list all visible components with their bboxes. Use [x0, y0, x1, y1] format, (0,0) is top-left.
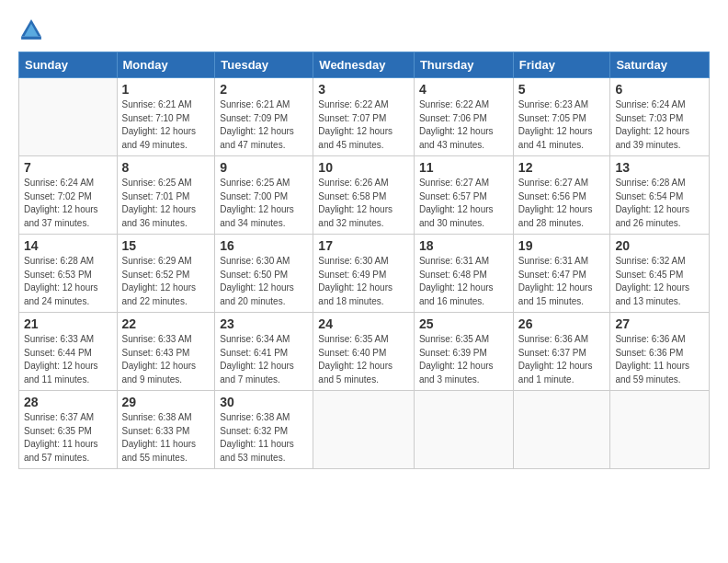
calendar-header-tuesday: Tuesday	[215, 52, 313, 78]
logo-icon	[18, 17, 44, 42]
calendar-cell: 18Sunrise: 6:31 AM Sunset: 6:48 PM Dayli…	[414, 235, 513, 313]
day-info: Sunrise: 6:22 AM Sunset: 7:06 PM Dayligh…	[419, 98, 508, 152]
day-number: 5	[518, 82, 606, 97]
calendar-cell: 20Sunrise: 6:32 AM Sunset: 6:45 PM Dayli…	[610, 235, 710, 313]
day-number: 1	[122, 82, 210, 97]
calendar-cell: 27Sunrise: 6:36 AM Sunset: 6:36 PM Dayli…	[610, 313, 710, 391]
calendar-cell: 19Sunrise: 6:31 AM Sunset: 6:47 PM Dayli…	[513, 235, 610, 313]
header	[18, 17, 710, 42]
calendar-cell: 5Sunrise: 6:23 AM Sunset: 7:05 PM Daylig…	[513, 78, 610, 156]
calendar-cell	[19, 78, 118, 156]
day-info: Sunrise: 6:29 AM Sunset: 6:52 PM Dayligh…	[122, 255, 210, 308]
day-number: 19	[518, 238, 606, 253]
day-info: Sunrise: 6:24 AM Sunset: 7:02 PM Dayligh…	[24, 177, 112, 230]
calendar-cell: 7Sunrise: 6:24 AM Sunset: 7:02 PM Daylig…	[19, 156, 118, 235]
day-info: Sunrise: 6:34 AM Sunset: 6:41 PM Dayligh…	[220, 333, 308, 386]
day-info: Sunrise: 6:23 AM Sunset: 7:05 PM Dayligh…	[518, 98, 606, 152]
calendar-cell: 8Sunrise: 6:25 AM Sunset: 7:01 PM Daylig…	[117, 156, 215, 235]
calendar-cell: 26Sunrise: 6:36 AM Sunset: 6:37 PM Dayli…	[513, 313, 610, 391]
calendar-cell	[610, 391, 710, 469]
day-info: Sunrise: 6:37 AM Sunset: 6:35 PM Dayligh…	[24, 411, 112, 465]
calendar-cell	[414, 391, 513, 469]
day-number: 22	[122, 316, 210, 331]
calendar-week-row: 28Sunrise: 6:37 AM Sunset: 6:35 PM Dayli…	[19, 391, 710, 469]
day-number: 11	[419, 160, 508, 175]
calendar-cell: 1Sunrise: 6:21 AM Sunset: 7:10 PM Daylig…	[117, 78, 215, 156]
day-info: Sunrise: 6:33 AM Sunset: 6:44 PM Dayligh…	[24, 333, 112, 386]
calendar-cell: 25Sunrise: 6:35 AM Sunset: 6:39 PM Dayli…	[414, 313, 513, 391]
day-number: 14	[24, 238, 112, 253]
calendar-cell: 30Sunrise: 6:38 AM Sunset: 6:32 PM Dayli…	[215, 391, 313, 469]
calendar-cell: 21Sunrise: 6:33 AM Sunset: 6:44 PM Dayli…	[19, 313, 118, 391]
calendar-week-row: 1Sunrise: 6:21 AM Sunset: 7:10 PM Daylig…	[19, 78, 710, 156]
day-info: Sunrise: 6:21 AM Sunset: 7:09 PM Dayligh…	[220, 98, 308, 152]
day-number: 8	[122, 160, 210, 175]
day-info: Sunrise: 6:35 AM Sunset: 6:40 PM Dayligh…	[318, 333, 409, 386]
day-number: 25	[419, 316, 508, 331]
day-number: 4	[419, 82, 508, 97]
calendar-header-row: SundayMondayTuesdayWednesdayThursdayFrid…	[19, 52, 710, 78]
calendar-header-saturday: Saturday	[610, 52, 710, 78]
calendar-header-sunday: Sunday	[19, 52, 118, 78]
day-number: 21	[24, 316, 112, 331]
day-info: Sunrise: 6:35 AM Sunset: 6:39 PM Dayligh…	[419, 333, 508, 386]
calendar-cell	[313, 391, 415, 469]
calendar-header-monday: Monday	[117, 52, 215, 78]
day-info: Sunrise: 6:33 AM Sunset: 6:43 PM Dayligh…	[122, 333, 210, 386]
day-number: 7	[24, 160, 112, 175]
calendar-cell: 10Sunrise: 6:26 AM Sunset: 6:58 PM Dayli…	[313, 156, 415, 235]
calendar-cell: 23Sunrise: 6:34 AM Sunset: 6:41 PM Dayli…	[215, 313, 313, 391]
day-info: Sunrise: 6:32 AM Sunset: 6:45 PM Dayligh…	[615, 255, 704, 308]
day-info: Sunrise: 6:30 AM Sunset: 6:50 PM Dayligh…	[220, 255, 308, 308]
calendar-header-friday: Friday	[513, 52, 610, 78]
day-number: 15	[122, 238, 210, 253]
day-info: Sunrise: 6:24 AM Sunset: 7:03 PM Dayligh…	[615, 98, 704, 152]
day-number: 10	[318, 160, 409, 175]
calendar-week-row: 21Sunrise: 6:33 AM Sunset: 6:44 PM Dayli…	[19, 313, 710, 391]
page: SundayMondayTuesdayWednesdayThursdayFrid…	[0, 0, 728, 563]
calendar-cell: 28Sunrise: 6:37 AM Sunset: 6:35 PM Dayli…	[19, 391, 118, 469]
day-number: 16	[220, 238, 308, 253]
day-number: 20	[615, 238, 704, 253]
calendar-cell: 15Sunrise: 6:29 AM Sunset: 6:52 PM Dayli…	[117, 235, 215, 313]
calendar-cell: 29Sunrise: 6:38 AM Sunset: 6:33 PM Dayli…	[117, 391, 215, 469]
calendar-header-wednesday: Wednesday	[313, 52, 415, 78]
calendar-cell: 17Sunrise: 6:30 AM Sunset: 6:49 PM Dayli…	[313, 235, 415, 313]
day-number: 13	[615, 160, 704, 175]
calendar-table: SundayMondayTuesdayWednesdayThursdayFrid…	[18, 52, 710, 469]
day-info: Sunrise: 6:36 AM Sunset: 6:36 PM Dayligh…	[615, 333, 704, 386]
calendar-cell: 12Sunrise: 6:27 AM Sunset: 6:56 PM Dayli…	[513, 156, 610, 235]
svg-rect-2	[21, 37, 41, 40]
day-number: 29	[122, 395, 210, 409]
logo	[18, 17, 48, 42]
day-info: Sunrise: 6:31 AM Sunset: 6:47 PM Dayligh…	[518, 255, 606, 308]
calendar-week-row: 7Sunrise: 6:24 AM Sunset: 7:02 PM Daylig…	[19, 156, 710, 235]
calendar-header-thursday: Thursday	[414, 52, 513, 78]
day-info: Sunrise: 6:30 AM Sunset: 6:49 PM Dayligh…	[318, 255, 409, 308]
day-info: Sunrise: 6:26 AM Sunset: 6:58 PM Dayligh…	[318, 177, 409, 230]
day-number: 30	[220, 395, 308, 409]
calendar-cell: 14Sunrise: 6:28 AM Sunset: 6:53 PM Dayli…	[19, 235, 118, 313]
calendar-cell: 16Sunrise: 6:30 AM Sunset: 6:50 PM Dayli…	[215, 235, 313, 313]
calendar-cell: 13Sunrise: 6:28 AM Sunset: 6:54 PM Dayli…	[610, 156, 710, 235]
day-number: 3	[318, 82, 409, 97]
day-number: 9	[220, 160, 308, 175]
calendar-cell: 2Sunrise: 6:21 AM Sunset: 7:09 PM Daylig…	[215, 78, 313, 156]
day-info: Sunrise: 6:27 AM Sunset: 6:56 PM Dayligh…	[518, 177, 606, 230]
day-info: Sunrise: 6:25 AM Sunset: 7:00 PM Dayligh…	[220, 177, 308, 230]
day-number: 2	[220, 82, 308, 97]
day-number: 26	[518, 316, 606, 331]
calendar-cell: 24Sunrise: 6:35 AM Sunset: 6:40 PM Dayli…	[313, 313, 415, 391]
day-number: 24	[318, 316, 409, 331]
calendar-cell: 6Sunrise: 6:24 AM Sunset: 7:03 PM Daylig…	[610, 78, 710, 156]
day-info: Sunrise: 6:28 AM Sunset: 6:53 PM Dayligh…	[24, 255, 112, 308]
calendar-cell: 4Sunrise: 6:22 AM Sunset: 7:06 PM Daylig…	[414, 78, 513, 156]
day-info: Sunrise: 6:25 AM Sunset: 7:01 PM Dayligh…	[122, 177, 210, 230]
calendar-cell: 3Sunrise: 6:22 AM Sunset: 7:07 PM Daylig…	[313, 78, 415, 156]
day-number: 12	[518, 160, 606, 175]
calendar-cell	[513, 391, 610, 469]
day-info: Sunrise: 6:38 AM Sunset: 6:32 PM Dayligh…	[220, 411, 308, 465]
day-info: Sunrise: 6:36 AM Sunset: 6:37 PM Dayligh…	[518, 333, 606, 386]
calendar-week-row: 14Sunrise: 6:28 AM Sunset: 6:53 PM Dayli…	[19, 235, 710, 313]
day-number: 23	[220, 316, 308, 331]
